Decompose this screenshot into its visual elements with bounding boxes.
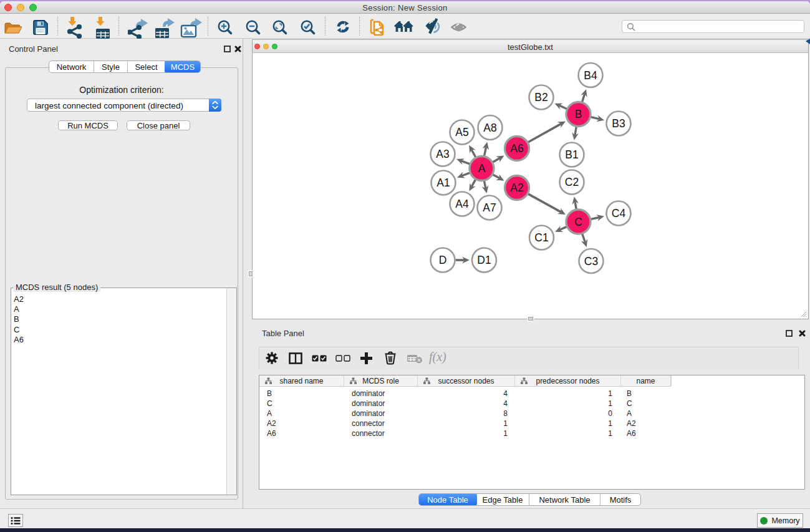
- svg-text:A7: A7: [483, 201, 496, 214]
- svg-text:B1: B1: [565, 148, 578, 161]
- svg-text:C2: C2: [565, 176, 579, 188]
- svg-text:A4: A4: [455, 198, 469, 210]
- svg-text:D1: D1: [477, 254, 491, 266]
- svg-text:A5: A5: [455, 126, 468, 138]
- svg-text:B4: B4: [584, 69, 597, 82]
- svg-text:C3: C3: [584, 255, 598, 268]
- svg-text:A8: A8: [483, 122, 496, 134]
- svg-text:C1: C1: [534, 231, 548, 244]
- svg-text:C: C: [574, 216, 582, 228]
- svg-text:A1: A1: [436, 177, 450, 189]
- svg-text:D: D: [439, 254, 447, 266]
- svg-text:C4: C4: [612, 207, 626, 220]
- svg-text:B3: B3: [612, 117, 625, 130]
- svg-text:A2: A2: [510, 181, 523, 194]
- svg-text:A: A: [478, 162, 486, 175]
- svg-text:A6: A6: [510, 142, 523, 155]
- svg-text:B: B: [575, 108, 582, 120]
- svg-text:A3: A3: [436, 148, 449, 160]
- svg-text:B2: B2: [534, 91, 547, 104]
